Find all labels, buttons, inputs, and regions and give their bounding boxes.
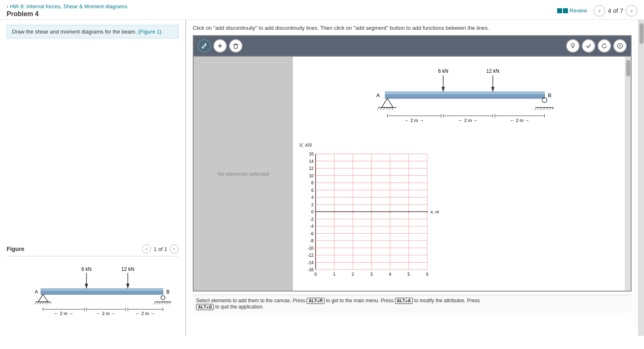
svg-line-66 [378, 108, 379, 110]
svg-text:6: 6 [426, 272, 429, 277]
svg-line-15 [50, 302, 51, 304]
svg-rect-62 [385, 92, 545, 94]
canvas-content-area[interactable]: 6 kN 12 kN A [293, 57, 631, 291]
svg-marker-3 [126, 284, 129, 289]
svg-line-78 [543, 108, 545, 110]
hint-button[interactable] [566, 39, 579, 53]
svg-text:12 kN: 12 kN [486, 68, 499, 74]
svg-line-69 [386, 108, 388, 110]
delete-button[interactable] [229, 39, 242, 53]
problem-title: Problem 4 [7, 10, 127, 18]
svg-rect-42 [234, 45, 237, 48]
svg-text:8: 8 [311, 181, 314, 185]
canvas-beam-svg: 6 kN 12 kN A [299, 66, 625, 134]
figure-prev-button[interactable]: ‹ [142, 244, 151, 253]
figure-nav-count: 1 of 1 [153, 246, 167, 252]
svg-marker-60 [491, 87, 495, 92]
figure-next-button[interactable]: › [170, 244, 179, 253]
svg-line-20 [156, 302, 158, 304]
hw-breadcrumb[interactable]: HW 8: Internal forces, Shear & Moment di… [7, 3, 127, 10]
svg-text:-8: -8 [310, 239, 314, 243]
svg-line-10 [37, 302, 39, 304]
review-button[interactable]: Review [557, 7, 587, 14]
scrollbar-thumb[interactable] [626, 60, 630, 76]
svg-text:6 kN: 6 kN [438, 68, 448, 74]
next-problem-button[interactable]: › [626, 5, 637, 17]
svg-text:B: B [166, 289, 170, 295]
svg-text:2: 2 [352, 272, 354, 277]
status-text: Select elements to add them to the canva… [196, 298, 306, 304]
svg-text:x, m: x, m [430, 209, 439, 214]
svg-line-67 [381, 108, 382, 110]
canvas-beam-diagram: 6 kN 12 kN A [299, 63, 625, 136]
svg-line-51 [575, 44, 575, 44]
shortcut-quit: ALT+Q [196, 304, 214, 310]
load2-label-small: 12 kN [121, 266, 134, 272]
svg-line-25 [169, 302, 170, 304]
svg-text:-10: -10 [308, 246, 314, 251]
small-beam-svg: 6 kN 12 kN A [22, 265, 171, 331]
svg-text:-14: -14 [308, 261, 314, 265]
interactive-canvas[interactable]: ? No elements selected 6 [193, 35, 632, 292]
svg-line-79 [546, 108, 548, 110]
status-text3: to modify the attributes. Press [414, 298, 480, 304]
svg-line-21 [159, 302, 160, 304]
svg-text:← 2 m →: ← 2 m → [510, 118, 529, 123]
help-icon: ? [617, 43, 623, 49]
status-text4: to quit the application. [215, 304, 263, 310]
add-button[interactable] [213, 39, 227, 53]
shear-chart: V, kN [299, 142, 625, 279]
problem-instruction: Draw the shear and moment diagrams for t… [7, 25, 179, 38]
svg-text:4: 4 [389, 272, 391, 277]
pencil-tool-button[interactable] [198, 39, 211, 53]
plus-icon [217, 43, 223, 49]
svg-text:-12: -12 [308, 253, 314, 258]
svg-text:← 2 m →: ← 2 m → [96, 311, 115, 316]
status-text2: to get to the main menu. Press [326, 298, 395, 304]
svg-text:16: 16 [309, 152, 314, 156]
svg-marker-7 [38, 294, 48, 302]
page-scrollbar-thumb[interactable] [639, 23, 644, 44]
svg-text:← 2 m →: ← 2 m → [136, 311, 155, 316]
svg-line-81 [552, 108, 554, 110]
svg-line-50 [571, 44, 571, 44]
svg-line-13 [45, 302, 46, 304]
check-button[interactable] [582, 39, 595, 53]
svg-point-39 [205, 43, 206, 45]
reset-button[interactable] [598, 39, 611, 53]
svg-line-22 [161, 302, 163, 304]
trash-icon [233, 43, 239, 49]
svg-text:0: 0 [311, 210, 314, 214]
svg-line-80 [549, 108, 551, 110]
problem-nav-count: 4 of 7 [608, 7, 623, 14]
svg-text:0: 0 [314, 272, 317, 277]
svg-text:A: A [35, 289, 38, 295]
load1-label-small: 6 kN [81, 266, 92, 272]
help-button[interactable]: ? [613, 39, 627, 53]
svg-text:B: B [548, 92, 552, 98]
lightbulb-icon [570, 43, 576, 49]
svg-line-76 [538, 108, 539, 110]
shortcut-attributes: ALT+A [395, 298, 413, 304]
svg-text:2: 2 [311, 203, 314, 207]
svg-text:-2: -2 [310, 217, 314, 222]
checkmark-icon [586, 43, 591, 49]
review-icon [557, 8, 562, 13]
svg-text:12: 12 [309, 166, 314, 171]
review-label: Review [570, 7, 587, 14]
svg-line-19 [154, 302, 156, 304]
canvas-scrollbar[interactable] [625, 57, 631, 291]
figure-link[interactable]: (Figure 1) [138, 29, 161, 35]
svg-text:← 2 m →: ← 2 m → [458, 118, 477, 123]
shortcut-main-menu: ALT+M [306, 298, 324, 304]
no-elements-text: No elements selected [217, 171, 269, 177]
chart-svg: 16 14 12 10 8 6 4 2 0 -2 -4 -6 - [299, 150, 440, 278]
pencil-icon [201, 43, 208, 49]
svg-text:-4: -4 [310, 224, 314, 229]
svg-line-14 [47, 302, 49, 304]
svg-point-17 [161, 296, 165, 300]
prev-problem-button[interactable]: ‹ [594, 5, 605, 17]
svg-text:-6: -6 [310, 232, 314, 236]
page-scrollbar[interactable] [638, 20, 644, 336]
figure-title: Figure [7, 246, 24, 252]
